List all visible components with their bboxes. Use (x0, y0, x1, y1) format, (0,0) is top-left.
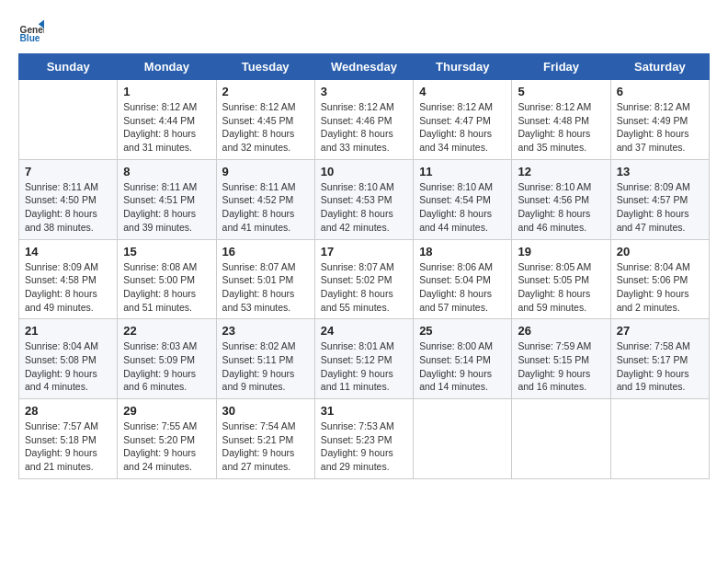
day-cell: 21Sunrise: 8:04 AMSunset: 5:08 PMDayligh… (19, 319, 118, 399)
day-cell: 13Sunrise: 8:09 AMSunset: 4:57 PMDayligh… (610, 159, 709, 239)
day-cell (610, 399, 709, 479)
day-number: 1 (123, 85, 210, 98)
day-number: 28 (25, 404, 111, 418)
logo: General Blue (18, 18, 48, 44)
day-cell (414, 399, 512, 479)
day-info: Sunrise: 8:12 AMSunset: 4:44 PMDaylight:… (123, 100, 210, 155)
logo-icon: General Blue (18, 18, 44, 44)
day-info: Sunrise: 8:10 AMSunset: 4:54 PMDaylight:… (419, 180, 506, 235)
day-info: Sunrise: 7:58 AMSunset: 5:17 PMDaylight:… (617, 339, 703, 394)
day-number: 7 (25, 165, 111, 178)
page-header: General Blue (18, 18, 710, 44)
day-info: Sunrise: 8:10 AMSunset: 4:53 PMDaylight:… (321, 180, 407, 235)
day-cell: 4Sunrise: 8:12 AMSunset: 4:47 PMDaylight… (414, 80, 512, 160)
day-number: 13 (617, 165, 703, 178)
day-cell: 17Sunrise: 8:07 AMSunset: 5:02 PMDayligh… (314, 239, 413, 319)
day-number: 23 (222, 324, 309, 338)
day-number: 30 (222, 404, 309, 418)
day-info: Sunrise: 7:53 AMSunset: 5:23 PMDaylight:… (321, 419, 407, 474)
day-info: Sunrise: 8:07 AMSunset: 5:01 PMDaylight:… (222, 260, 309, 315)
day-info: Sunrise: 8:12 AMSunset: 4:47 PMDaylight:… (419, 100, 506, 155)
day-info: Sunrise: 8:08 AMSunset: 5:00 PMDaylight:… (123, 260, 210, 315)
day-info: Sunrise: 8:10 AMSunset: 4:56 PMDaylight:… (518, 180, 604, 235)
day-number: 21 (25, 324, 111, 338)
weekday-monday: Monday (118, 54, 216, 80)
day-number: 12 (518, 165, 604, 178)
day-number: 10 (321, 165, 407, 178)
day-number: 4 (419, 85, 506, 98)
day-info: Sunrise: 8:12 AMSunset: 4:48 PMDaylight:… (518, 100, 604, 155)
weekday-header-row: SundayMondayTuesdayWednesdayThursdayFrid… (19, 54, 710, 80)
day-number: 14 (25, 245, 111, 259)
day-cell: 12Sunrise: 8:10 AMSunset: 4:56 PMDayligh… (512, 159, 610, 239)
day-cell: 25Sunrise: 8:00 AMSunset: 5:14 PMDayligh… (414, 319, 512, 399)
day-info: Sunrise: 8:00 AMSunset: 5:14 PMDaylight:… (419, 339, 506, 394)
day-info: Sunrise: 7:57 AMSunset: 5:18 PMDaylight:… (25, 419, 111, 474)
day-info: Sunrise: 8:12 AMSunset: 4:45 PMDaylight:… (222, 100, 309, 155)
weekday-tuesday: Tuesday (216, 54, 314, 80)
week-row-4: 21Sunrise: 8:04 AMSunset: 5:08 PMDayligh… (19, 319, 710, 399)
weekday-sunday: Sunday (19, 54, 118, 80)
weekday-thursday: Thursday (414, 54, 512, 80)
day-cell: 5Sunrise: 8:12 AMSunset: 4:48 PMDaylight… (512, 80, 610, 160)
day-info: Sunrise: 7:59 AMSunset: 5:15 PMDaylight:… (518, 339, 604, 394)
day-number: 20 (617, 245, 703, 259)
day-number: 26 (518, 324, 604, 338)
day-info: Sunrise: 8:09 AMSunset: 4:58 PMDaylight:… (25, 260, 111, 315)
day-number: 11 (419, 165, 506, 178)
day-number: 16 (222, 245, 309, 259)
day-number: 8 (123, 165, 210, 178)
day-number: 5 (518, 85, 604, 98)
day-cell: 26Sunrise: 7:59 AMSunset: 5:15 PMDayligh… (512, 319, 610, 399)
weekday-saturday: Saturday (610, 54, 709, 80)
day-cell: 7Sunrise: 8:11 AMSunset: 4:50 PMDaylight… (19, 159, 118, 239)
day-info: Sunrise: 8:11 AMSunset: 4:51 PMDaylight:… (123, 180, 210, 235)
day-cell: 15Sunrise: 8:08 AMSunset: 5:00 PMDayligh… (118, 239, 216, 319)
day-info: Sunrise: 8:11 AMSunset: 4:50 PMDaylight:… (25, 180, 111, 235)
day-info: Sunrise: 8:07 AMSunset: 5:02 PMDaylight:… (321, 260, 407, 315)
day-info: Sunrise: 8:05 AMSunset: 5:05 PMDaylight:… (518, 260, 604, 315)
week-row-5: 28Sunrise: 7:57 AMSunset: 5:18 PMDayligh… (19, 399, 710, 479)
week-row-2: 7Sunrise: 8:11 AMSunset: 4:50 PMDaylight… (19, 159, 710, 239)
day-cell: 29Sunrise: 7:55 AMSunset: 5:20 PMDayligh… (118, 399, 216, 479)
weekday-friday: Friday (512, 54, 610, 80)
day-info: Sunrise: 7:55 AMSunset: 5:20 PMDaylight:… (123, 419, 210, 474)
day-number: 2 (222, 85, 309, 98)
day-cell (512, 399, 610, 479)
day-number: 29 (123, 404, 210, 418)
day-cell: 16Sunrise: 8:07 AMSunset: 5:01 PMDayligh… (216, 239, 314, 319)
day-cell: 22Sunrise: 8:03 AMSunset: 5:09 PMDayligh… (118, 319, 216, 399)
day-cell: 30Sunrise: 7:54 AMSunset: 5:21 PMDayligh… (216, 399, 314, 479)
day-number: 27 (617, 324, 703, 338)
day-number: 25 (419, 324, 506, 338)
week-row-3: 14Sunrise: 8:09 AMSunset: 4:58 PMDayligh… (19, 239, 710, 319)
day-number: 9 (222, 165, 309, 178)
day-number: 31 (321, 404, 407, 418)
day-cell: 8Sunrise: 8:11 AMSunset: 4:51 PMDaylight… (118, 159, 216, 239)
day-cell: 10Sunrise: 8:10 AMSunset: 4:53 PMDayligh… (314, 159, 413, 239)
day-number: 19 (518, 245, 604, 259)
day-info: Sunrise: 8:04 AMSunset: 5:08 PMDaylight:… (25, 339, 111, 394)
day-info: Sunrise: 8:06 AMSunset: 5:04 PMDaylight:… (419, 260, 506, 315)
day-info: Sunrise: 8:11 AMSunset: 4:52 PMDaylight:… (222, 180, 309, 235)
day-cell: 3Sunrise: 8:12 AMSunset: 4:46 PMDaylight… (314, 80, 413, 160)
day-number: 17 (321, 245, 407, 259)
day-cell: 6Sunrise: 8:12 AMSunset: 4:49 PMDaylight… (610, 80, 709, 160)
day-cell: 31Sunrise: 7:53 AMSunset: 5:23 PMDayligh… (314, 399, 413, 479)
week-row-1: 1Sunrise: 8:12 AMSunset: 4:44 PMDaylight… (19, 80, 710, 160)
day-cell: 20Sunrise: 8:04 AMSunset: 5:06 PMDayligh… (610, 239, 709, 319)
calendar-table: SundayMondayTuesdayWednesdayThursdayFrid… (18, 53, 710, 479)
day-info: Sunrise: 8:12 AMSunset: 4:46 PMDaylight:… (321, 100, 407, 155)
day-info: Sunrise: 8:02 AMSunset: 5:11 PMDaylight:… (222, 339, 309, 394)
day-cell: 19Sunrise: 8:05 AMSunset: 5:05 PMDayligh… (512, 239, 610, 319)
day-number: 24 (321, 324, 407, 338)
day-number: 18 (419, 245, 506, 259)
day-number: 3 (321, 85, 407, 98)
day-cell (19, 80, 118, 160)
day-info: Sunrise: 8:09 AMSunset: 4:57 PMDaylight:… (617, 180, 703, 235)
day-cell: 23Sunrise: 8:02 AMSunset: 5:11 PMDayligh… (216, 319, 314, 399)
day-info: Sunrise: 7:54 AMSunset: 5:21 PMDaylight:… (222, 419, 309, 474)
day-cell: 1Sunrise: 8:12 AMSunset: 4:44 PMDaylight… (118, 80, 216, 160)
day-info: Sunrise: 8:12 AMSunset: 4:49 PMDaylight:… (617, 100, 703, 155)
day-cell: 27Sunrise: 7:58 AMSunset: 5:17 PMDayligh… (610, 319, 709, 399)
